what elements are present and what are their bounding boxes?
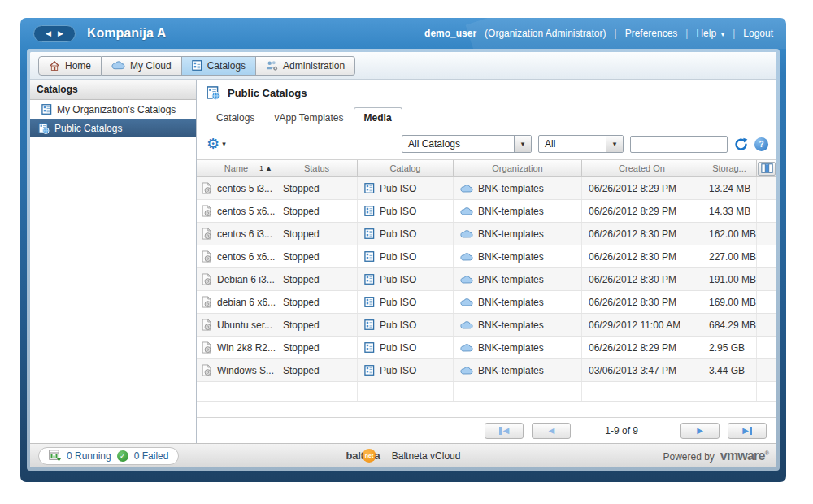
cell-status: Stopped — [276, 245, 358, 267]
table-row[interactable]: Ubuntu ser... Stopped Pub ISO BNK-templa… — [197, 314, 776, 337]
cell-status: Stopped — [276, 223, 358, 245]
logout-link[interactable]: Logout — [743, 28, 773, 39]
previous-page-button[interactable]: ◀ — [532, 423, 571, 439]
chevron-down-icon: ▾ — [222, 140, 226, 148]
storage-text: 13.24 MB — [709, 183, 750, 194]
inner-frame: Home My Cloud Catalogs — [27, 49, 780, 471]
previous-page-icon: ◀ — [548, 427, 554, 435]
cloud-icon — [460, 298, 473, 306]
nav-tab-group: Home My Cloud Catalogs — [38, 56, 355, 76]
table-row[interactable]: centos 5 i3... Stopped Pub ISO BNK-templ… — [197, 177, 776, 200]
media-file-icon — [201, 205, 212, 217]
type-filter-select[interactable]: All ▾ — [538, 135, 624, 153]
organization-name: BNK-templates — [478, 342, 544, 354]
actions-menu-button[interactable]: ⚙ ▾ — [207, 137, 226, 151]
column-header-status[interactable]: Status — [276, 160, 358, 176]
column-header-storage[interactable]: Storag... — [702, 160, 757, 176]
history-nav[interactable]: ◀ ▶ — [33, 25, 76, 42]
created-on-text: 06/26/2012 8:30 PM — [589, 274, 676, 285]
cell-spacer — [757, 245, 776, 267]
public-catalog-icon — [38, 123, 50, 134]
pagination-bar: ◀ ◀ 1-9 of 9 ▶ ▶ — [197, 417, 776, 443]
status-text: Stopped — [283, 206, 320, 217]
column-header-organization[interactable]: Organization — [454, 160, 582, 176]
tab-catalogs[interactable]: Catalogs — [182, 56, 256, 76]
column-header-catalog[interactable]: Catalog — [358, 160, 454, 176]
app-window: ◀ ▶ Kompanija A demo_user (Organization … — [20, 18, 786, 482]
catalog-icon — [364, 251, 375, 262]
page-title: Public Catalogs — [228, 87, 307, 99]
vmware-logo: vmware® — [720, 449, 768, 463]
cell-status: Stopped — [276, 337, 358, 358]
tasks-status-pill[interactable]: 0 Running ✓ 0 Failed — [38, 447, 179, 465]
tab-home[interactable]: Home — [38, 56, 102, 76]
help-icon[interactable]: ? — [754, 137, 768, 151]
table-row[interactable]: Debian 6 i3... Stopped Pub ISO BNK-templ… — [197, 268, 776, 291]
catalog-name: Pub ISO — [380, 365, 416, 376]
content-tabs: Catalogs vApp Templates Media — [197, 106, 776, 128]
cell-name — [197, 382, 276, 401]
tasks-icon — [49, 450, 61, 462]
first-page-icon — [499, 427, 502, 435]
storage-text: 169.00 MB — [709, 297, 756, 308]
catalog-icon — [364, 206, 375, 216]
column-header-created-on[interactable]: Created On — [582, 160, 702, 176]
tab-administration[interactable]: Administration — [256, 56, 355, 76]
administration-icon — [266, 60, 278, 71]
tab-media[interactable]: Media — [354, 107, 402, 128]
next-page-icon: ▶ — [697, 427, 703, 435]
cell-name: centos 6 x6... — [197, 245, 276, 267]
separator: | — [615, 28, 617, 39]
cell-organization: BNK-templates — [454, 314, 582, 336]
last-page-button[interactable]: ▶ — [728, 423, 767, 439]
column-chooser-button[interactable] — [758, 162, 776, 176]
column-header-name[interactable]: Name 1▲ — [197, 160, 276, 176]
tab-vapp-templates[interactable]: vApp Templates — [264, 108, 353, 128]
catalog-icon — [364, 228, 375, 239]
media-file-icon — [201, 319, 212, 331]
catalog-filter-select[interactable]: All Catalogs ▾ — [402, 135, 532, 153]
first-page-button[interactable]: ◀ — [485, 423, 524, 439]
sidebar-item-public-catalogs[interactable]: Public Catalogs — [30, 119, 196, 137]
refresh-button[interactable] — [734, 137, 748, 151]
table-row[interactable]: centos 6 x6... Stopped Pub ISO BNK-templ… — [197, 245, 776, 268]
running-count: 0 Running — [67, 450, 111, 462]
table-row[interactable]: Windows S... Stopped Pub ISO BNK-templat… — [197, 359, 776, 382]
cell-name: centos 5 x6... — [197, 200, 276, 222]
status-text: Stopped — [283, 319, 320, 331]
search-input[interactable] — [630, 136, 728, 153]
forward-icon[interactable]: ▶ — [58, 30, 63, 37]
chevron-down-icon[interactable]: ▾ — [514, 136, 531, 152]
created-on-text: 06/26/2012 8:30 PM — [589, 251, 676, 263]
table-row[interactable]: centos 5 x6... Stopped Pub ISO BNK-templ… — [197, 200, 776, 223]
preferences-link[interactable]: Preferences — [625, 28, 678, 39]
tab-catalogs-sub[interactable]: Catalogs — [207, 108, 264, 128]
table-row[interactable]: debian 6 x6... Stopped Pub ISO BNK-templ… — [197, 291, 776, 314]
catalog-name: Pub ISO — [380, 274, 416, 285]
tab-my-cloud[interactable]: My Cloud — [102, 56, 182, 76]
media-name: Ubuntu ser... — [217, 319, 272, 331]
help-menu[interactable]: Help ▾ — [696, 28, 724, 39]
table-body: centos 5 i3... Stopped Pub ISO BNK-templ… — [197, 177, 776, 402]
media-name: Debian 6 i3... — [217, 274, 275, 285]
cell-status: Stopped — [276, 200, 358, 222]
back-icon[interactable]: ◀ — [46, 30, 51, 37]
catalog-icon — [364, 274, 375, 285]
catalog-icon — [41, 104, 52, 115]
cell-name: Debian 6 i3... — [197, 268, 276, 290]
catalog-icon — [364, 365, 375, 376]
logo-text: a — [374, 450, 380, 462]
storage-text: 191.00 MB — [709, 274, 756, 285]
table-row[interactable]: centos 6 i3... Stopped Pub ISO BNK-templ… — [197, 223, 776, 245]
catalog-icon — [364, 183, 375, 193]
cell-name: centos 6 i3... — [197, 223, 276, 245]
cloud-icon — [460, 230, 473, 238]
next-page-button[interactable]: ▶ — [680, 423, 720, 439]
cloud-icon — [460, 185, 473, 193]
chevron-down-icon[interactable]: ▾ — [606, 136, 623, 152]
sidebar-item-my-org-catalogs[interactable]: My Organization's Catalogs — [30, 100, 196, 119]
table-filler — [197, 402, 776, 417]
status-text: Stopped — [283, 228, 320, 240]
cell-organization: BNK-templates — [454, 359, 582, 381]
table-row[interactable]: Win 2k8 R2... Stopped Pub ISO BNK-templa… — [197, 337, 776, 359]
